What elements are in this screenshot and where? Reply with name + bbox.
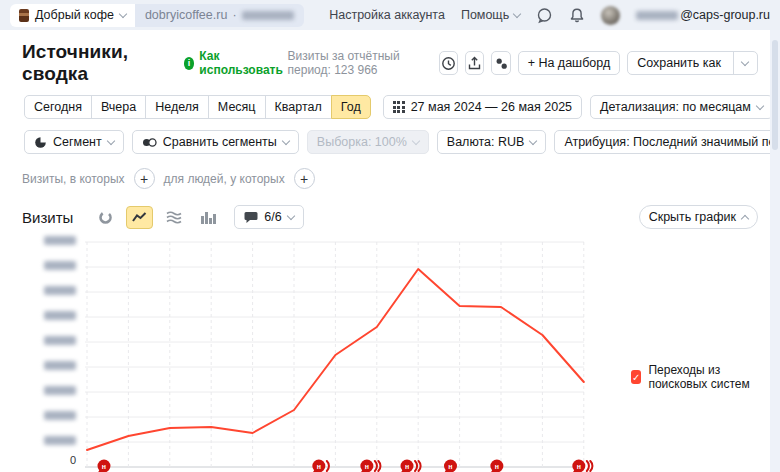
page-header: Источники, сводка i Как использовать Виз…	[0, 30, 780, 92]
email-domain: @caps-group.ru	[680, 8, 770, 22]
avatar[interactable]	[601, 6, 620, 25]
legend-checkbox[interactable]: ✓	[631, 370, 641, 384]
account-settings-link[interactable]: Настройка аккаунта	[329, 8, 445, 22]
add-to-dashboard-button[interactable]: + На дашборд	[518, 51, 621, 75]
y-axis-label-redacted	[30, 336, 76, 345]
chevron-down-icon	[513, 9, 521, 17]
how-to-use-link[interactable]: i Как использовать	[184, 49, 288, 77]
preset-week[interactable]: Неделя	[145, 95, 209, 119]
segment-dropdown[interactable]: Сегмент	[24, 130, 124, 154]
counter-id-redacted	[242, 11, 294, 20]
date-range-button[interactable]: 27 мая 2024 — 26 мая 2025	[383, 95, 582, 119]
chevron-down-icon	[106, 136, 114, 144]
svg-text:н: н	[102, 463, 106, 470]
preset-year[interactable]: Год	[331, 95, 371, 119]
sampling-dropdown: Выборка: 100%	[307, 130, 429, 154]
donut-chart-icon	[98, 210, 113, 225]
currency-dropdown[interactable]: Валюта: RUB	[437, 130, 547, 154]
save-as-label: Сохранить как	[637, 56, 721, 70]
chat-bubble-icon[interactable]	[536, 7, 553, 24]
notes-dropdown[interactable]: 6/6	[234, 205, 303, 229]
period-toolbar: Сегодня Вчера Неделя Месяц Квартал Год 2…	[0, 92, 780, 123]
detalization-label: Детализация: по месяцам	[600, 100, 751, 114]
chevron-up-icon	[741, 214, 749, 222]
bell-icon[interactable]	[569, 7, 585, 24]
bar-chart-icon	[200, 210, 216, 224]
chevron-down-icon	[756, 101, 764, 109]
email-user-redacted	[636, 11, 678, 20]
sampling-label: Выборка: 100%	[317, 135, 407, 149]
y-axis-zero-label: 0	[30, 454, 76, 466]
save-as-button[interactable]: Сохранить как	[627, 51, 758, 75]
chevron-down-icon	[282, 136, 290, 144]
export-button[interactable]	[465, 51, 484, 75]
add-people-filter-button[interactable]: +	[294, 168, 315, 189]
visits-filter-label: Визиты, в которых	[22, 172, 125, 186]
svg-text:н: н	[405, 463, 409, 470]
y-axis-label-redacted	[30, 361, 76, 370]
compare-data-button[interactable]	[491, 51, 510, 75]
compare-segments-icon	[142, 136, 157, 149]
history-button[interactable]	[439, 51, 458, 75]
notes-count: 6/6	[264, 210, 281, 224]
button-divider	[733, 52, 734, 74]
how-to-use-label: Как использовать	[199, 49, 287, 77]
scrollbar-thumb[interactable]	[772, 40, 778, 150]
area-chart-icon	[166, 210, 182, 224]
add-visit-filter-button[interactable]: +	[134, 168, 155, 189]
svg-text:н: н	[577, 463, 581, 470]
chevron-down-icon	[119, 9, 127, 17]
dot-separator: ·	[232, 8, 236, 22]
segment-pie-icon	[34, 136, 47, 149]
y-axis-label-redacted	[30, 261, 76, 270]
y-axis-label-redacted	[30, 411, 76, 420]
page-title: Источники, сводка	[22, 41, 170, 85]
note-bubble-icon	[244, 211, 258, 224]
counter-favicon	[19, 9, 29, 22]
y-axis-label-redacted	[30, 236, 76, 245]
currency-label: Валюта: RUB	[447, 135, 525, 149]
people-filter-label: для людей, у которых	[164, 172, 285, 186]
chevron-down-icon	[412, 136, 420, 144]
preset-yesterday[interactable]: Вчера	[91, 95, 146, 119]
segment-label: Сегмент	[53, 135, 102, 149]
counter-name: Добрый кофе	[35, 8, 114, 22]
info-icon: i	[184, 57, 195, 70]
y-axis-label-redacted	[30, 386, 76, 395]
line-chart-plot[interactable]: Май 24Июл 24Сен 24Ноя 24Янв 25Мар 25Май …	[85, 242, 595, 472]
hide-chart-label: Скрыть график	[649, 210, 736, 224]
help-menu[interactable]: Помощь	[461, 8, 520, 22]
chart-type-donut-button[interactable]	[92, 206, 119, 229]
svg-text:н: н	[448, 463, 452, 470]
compare-segments-dropdown[interactable]: Сравнить сегменты	[132, 130, 299, 154]
top-bar: Добрый кофе dobryicoffee.ru · Настройка …	[0, 0, 780, 30]
chart-legend: ✓ Переходы из поисковых систем	[631, 363, 780, 391]
preset-today[interactable]: Сегодня	[24, 95, 92, 119]
legend-label: Переходы из поисковых систем	[648, 363, 780, 391]
preset-quarter[interactable]: Квартал	[265, 95, 332, 119]
y-axis-label-redacted	[30, 436, 76, 445]
visits-total: Визиты за отчётный период: 123 966	[288, 49, 424, 77]
chevron-down-icon[interactable]	[741, 57, 749, 65]
counter-domain-id: dobryicoffee.ru ·	[135, 4, 304, 27]
chart-type-area-button[interactable]	[160, 206, 187, 229]
date-range-label: 27 мая 2024 — 26 мая 2025	[411, 100, 572, 114]
period-presets: Сегодня Вчера Неделя Месяц Квартал Год	[24, 95, 371, 119]
counter-domain: dobryicoffee.ru	[145, 8, 227, 22]
chart-type-bar-button[interactable]	[194, 206, 221, 229]
svg-text:н: н	[317, 463, 321, 470]
line-chart-icon	[132, 211, 147, 224]
user-email[interactable]: @caps-group.ru	[636, 8, 770, 22]
y-axis-label-redacted	[30, 311, 76, 320]
filter-conditions: Визиты, в которых + для людей, у которых…	[0, 158, 780, 193]
chart-type-line-button[interactable]	[126, 206, 153, 229]
attribution-label: Атрибуция: Последний значимый переход	[564, 135, 780, 149]
scrollbar-track[interactable]	[770, 30, 780, 472]
svg-text:н: н	[495, 463, 499, 470]
hide-chart-button[interactable]: Скрыть график	[639, 205, 758, 229]
counter-selector[interactable]: Добрый кофе dobryicoffee.ru ·	[10, 4, 304, 27]
preset-month[interactable]: Месяц	[208, 95, 266, 119]
detalization-dropdown[interactable]: Детализация: по месяцам	[590, 95, 773, 119]
visits-chart: 0 Май 24Июл 24Сен 24Ноя 24Янв 25Мар 25Ма…	[0, 235, 780, 472]
attribution-dropdown[interactable]: Атрибуция: Последний значимый переход кд	[554, 130, 780, 154]
